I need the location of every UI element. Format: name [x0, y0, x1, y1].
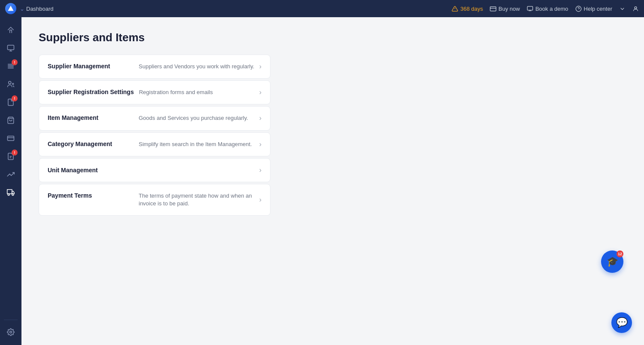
svg-marker-0 [8, 6, 13, 11]
card-content: Unit Management [48, 167, 256, 174]
doc-badge: ! [12, 95, 18, 101]
card-title: Category Management [48, 140, 134, 147]
svg-point-21 [10, 331, 12, 333]
svg-point-19 [8, 194, 9, 195]
book-demo-item[interactable]: Book a demo [527, 6, 568, 12]
sidebar-item-reports[interactable] [3, 167, 18, 182]
sidebar-item-catalog[interactable]: ! [3, 58, 18, 74]
card-content: Item Management Goods and Services you p… [48, 114, 256, 122]
card-item[interactable]: Category Management Simplify item search… [39, 132, 270, 156]
card-title: Supplier Registration Settings [48, 89, 134, 95]
sidebar-item-invoices[interactable] [3, 131, 18, 146]
svg-point-20 [12, 194, 14, 195]
buy-now-text: Buy now [498, 6, 520, 12]
card-chevron-icon: › [259, 140, 261, 148]
graduate-badge: 12 [617, 250, 623, 257]
chevron-more-item[interactable] [619, 6, 626, 12]
topbar: ⌄ Dashboard 368 days Buy now Book a demo… [0, 0, 644, 17]
chat-button[interactable]: 💬 [611, 312, 632, 333]
card-title: Unit Management [48, 167, 134, 174]
inv-badge: ! [12, 150, 18, 156]
card-item[interactable]: Supplier Registration Settings Registrat… [39, 80, 270, 104]
help-center-text: Help center [584, 6, 612, 12]
card-chevron-icon: › [259, 196, 261, 204]
card-title: Payment Terms [48, 192, 134, 199]
warning-days-item[interactable]: 368 days [452, 6, 483, 12]
card-content: Payment Terms The terms of payment state… [48, 192, 256, 208]
help-center-item[interactable]: Help center [575, 6, 612, 12]
svg-rect-15 [8, 136, 14, 141]
catalog-badge: ! [12, 59, 18, 65]
breadcrumb-label: Dashboard [26, 6, 54, 12]
card-description: Simplify item search in the Item Managem… [139, 140, 252, 148]
card-chevron-icon: › [259, 63, 261, 70]
card-chevron-icon: › [259, 114, 261, 122]
svg-rect-3 [490, 6, 496, 11]
card-item[interactable]: Unit Management › [39, 158, 270, 182]
user-avatar-item[interactable] [632, 6, 639, 12]
card-title: Supplier Management [48, 63, 134, 70]
sidebar-item-suppliers[interactable] [3, 185, 18, 200]
card-list: Supplier Management Suppliers and Vendor… [39, 55, 270, 216]
card-content: Category Management Simplify item search… [48, 140, 256, 148]
book-demo-text: Book a demo [535, 6, 568, 12]
card-chevron-icon: › [259, 89, 261, 96]
sidebar-item-users[interactable] [3, 76, 18, 92]
sidebar-item-settings[interactable] [3, 324, 18, 340]
card-title: Item Management [48, 114, 134, 121]
graduate-button[interactable]: 🎓 12 [601, 250, 623, 273]
page-title: Suppliers and Items [39, 31, 627, 44]
graduate-wrapper: 🎓 12 [611, 287, 634, 309]
card-item[interactable]: Supplier Management Suppliers and Vendor… [39, 55, 270, 79]
card-description: Suppliers and Vendors you work with regu… [139, 63, 254, 70]
sidebar-item-documents[interactable]: ! [3, 95, 18, 110]
sidebar-item-home[interactable] [3, 22, 18, 38]
sidebar-item-analytics[interactable] [3, 40, 18, 56]
sidebar: ! ! ! [0, 17, 21, 345]
sidebar-item-settings2[interactable]: ! [3, 149, 18, 164]
svg-rect-5 [527, 6, 533, 10]
card-description: The terms of payment state how and when … [139, 192, 256, 208]
warning-days-text: 368 days [460, 6, 483, 12]
svg-rect-9 [8, 45, 14, 50]
breadcrumb-chevron: ⌄ [20, 6, 24, 12]
main-layout: ! ! ! Suppliers and Ite [0, 17, 644, 345]
breadcrumb[interactable]: ⌄ Dashboard [20, 6, 54, 12]
card-description: Registration forms and emails [139, 89, 213, 96]
card-item[interactable]: Payment Terms The terms of payment state… [39, 184, 270, 216]
svg-point-12 [9, 81, 11, 84]
app-logo[interactable] [5, 3, 16, 14]
card-item[interactable]: Item Management Goods and Services you p… [39, 106, 270, 130]
content-area: Suppliers and Items Supplier Management … [21, 17, 644, 345]
svg-point-8 [635, 6, 637, 9]
buy-now-item[interactable]: Buy now [490, 6, 520, 12]
card-chevron-icon: › [259, 166, 261, 174]
svg-point-13 [12, 83, 14, 85]
topbar-right: 368 days Buy now Book a demo Help center [452, 6, 639, 12]
card-content: Supplier Management Suppliers and Vendor… [48, 63, 256, 70]
sidebar-divider [4, 320, 18, 320]
card-description: Goods and Services you purchase regularl… [139, 114, 248, 122]
card-content: Supplier Registration Settings Registrat… [48, 89, 256, 96]
svg-rect-18 [7, 189, 12, 194]
sidebar-item-orders[interactable] [3, 113, 18, 128]
